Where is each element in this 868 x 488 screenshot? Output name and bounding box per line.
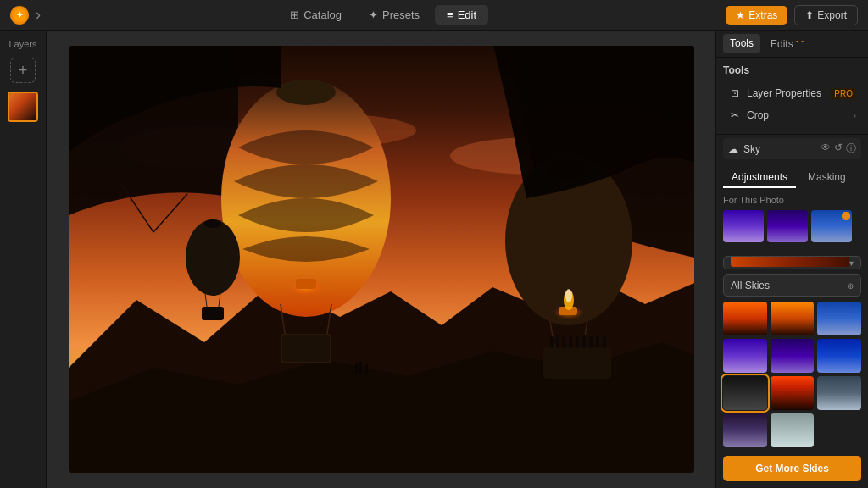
svg-rect-19 — [282, 336, 330, 362]
topbar-center: ⊞ Catalog ✦ Presets ≡ Edit — [278, 5, 488, 25]
export-label: Export — [817, 9, 847, 21]
svg-rect-32 — [569, 336, 572, 348]
svg-rect-37 — [603, 336, 606, 348]
premium-badge — [842, 212, 850, 220]
sky-cell-4[interactable] — [771, 339, 815, 373]
get-more-label: Get More Skies — [755, 463, 829, 474]
all-skies-chevron-icon: ⊕ — [847, 281, 854, 291]
sky-dropdown[interactable]: sunsetski0 ▾ — [723, 256, 861, 269]
panel-tabs: Tools Edits • — [716, 30, 868, 58]
for-this-photo-label: For This Photo — [723, 195, 861, 205]
add-icon: + — [19, 62, 28, 80]
presets-label: Presets — [382, 8, 420, 21]
layer-thumbnail[interactable] — [8, 92, 38, 122]
export-button[interactable]: ⬆ Export — [794, 5, 858, 25]
sky-cell-7[interactable] — [771, 376, 815, 410]
svg-rect-28 — [543, 347, 611, 379]
svg-rect-8 — [359, 362, 362, 374]
extras-label: Extras — [748, 9, 777, 21]
photo-thumb-2[interactable] — [811, 210, 852, 242]
layer-properties-icon: ⊡ — [728, 86, 742, 100]
tab-catalog[interactable]: ⊞ Catalog — [278, 5, 353, 25]
sky-cell-1[interactable] — [771, 302, 815, 336]
tab-edit[interactable]: ≡ Edit — [435, 5, 488, 25]
topbar-right: ★ Extras ⬆ Export — [726, 5, 858, 25]
edits-dot: • — [796, 37, 798, 45]
svg-rect-33 — [576, 336, 579, 348]
sky-dropdown-inner: sunsetski0 — [731, 256, 849, 269]
layer-properties-label: Layer Properties — [747, 87, 826, 99]
svg-rect-29 — [550, 336, 554, 348]
topbar: ✦ › ⊞ Catalog ✦ Presets ≡ Edit ★ Extras … — [0, 0, 868, 30]
svg-rect-36 — [596, 336, 599, 348]
catalog-icon: ⊞ — [290, 8, 299, 21]
undo-icon[interactable]: ↺ — [834, 141, 843, 156]
for-this-photo-section: For This Photo — [716, 188, 868, 256]
info-icon[interactable]: ⓘ — [846, 141, 856, 156]
sky-cell-5[interactable] — [817, 339, 861, 373]
edits-tab-label: Edits — [771, 38, 793, 50]
pro-badge: PRO — [831, 88, 856, 99]
sky-controls: 👁 ↺ ⓘ — [821, 141, 856, 156]
masking-label: Masking — [808, 171, 846, 183]
app-menu-chevron[interactable]: › — [36, 6, 41, 24]
catalog-label: Catalog — [303, 8, 342, 21]
tab-masking[interactable]: Masking — [799, 168, 854, 188]
svg-rect-42 — [202, 307, 224, 320]
sky-cell-2[interactable] — [817, 302, 861, 336]
photo-thumbnail-row — [723, 210, 861, 242]
sky-cell-6[interactable] — [723, 376, 767, 410]
sidebar-left: Layers + — [0, 30, 47, 488]
svg-point-38 — [186, 219, 240, 296]
sky-cell-8[interactable] — [817, 376, 861, 410]
canvas-area — [47, 30, 715, 488]
layer-properties-row[interactable]: ⊡ Layer Properties PRO — [723, 83, 861, 103]
svg-point-25 — [565, 289, 572, 302]
tab-edits[interactable]: Edits • — [764, 34, 810, 53]
get-more-skies-button[interactable]: Get More Skies — [723, 456, 861, 481]
photo-thumb-0[interactable] — [723, 210, 764, 242]
sky-tool-row[interactable]: ☁ Sky 👁 ↺ ⓘ — [723, 138, 861, 159]
sky-label: Sky — [743, 143, 815, 155]
crop-arrow: › — [854, 111, 856, 120]
all-skies-dropdown[interactable]: All Skies ⊕ — [723, 274, 861, 297]
photo-container — [69, 46, 694, 473]
svg-rect-31 — [562, 336, 565, 348]
crop-icon: ✂ — [728, 108, 742, 122]
presets-icon: ✦ — [369, 8, 378, 21]
svg-rect-34 — [582, 335, 586, 348]
sky-cell-10[interactable] — [771, 413, 815, 447]
layer-thumb-image — [9, 93, 36, 120]
tab-tools[interactable]: Tools — [723, 34, 760, 53]
tools-title: Tools — [723, 64, 861, 76]
photo-canvas — [69, 46, 694, 473]
svg-rect-35 — [589, 336, 593, 348]
adjustments-label: Adjustments — [732, 171, 787, 183]
extras-button[interactable]: ★ Extras — [726, 6, 787, 25]
add-layer-button[interactable]: + — [10, 58, 36, 83]
topbar-left: ✦ › — [10, 6, 41, 25]
sky-cell-0[interactable] — [723, 302, 767, 336]
svg-rect-7 — [355, 363, 358, 374]
sky-cell-3[interactable] — [723, 339, 767, 373]
layers-title: Layers — [8, 39, 36, 49]
svg-rect-15 — [296, 279, 316, 289]
panel-right: Tools Edits • Tools ⊡ Layer Properties P… — [715, 30, 868, 488]
edit-label: Edit — [458, 8, 476, 21]
sky-cell-9[interactable] — [723, 413, 767, 447]
crop-row[interactable]: ✂ Crop › — [723, 105, 861, 125]
export-icon: ⬆ — [805, 9, 814, 21]
sky-grid — [716, 302, 868, 447]
photo-thumb-1[interactable] — [767, 210, 808, 242]
tab-presets[interactable]: ✦ Presets — [357, 5, 431, 25]
edit-icon: ≡ — [447, 8, 453, 21]
tools-section: Tools ⊡ Layer Properties PRO ✂ Crop › — [716, 58, 868, 135]
svg-rect-9 — [365, 364, 368, 374]
all-skies-label: All Skies — [731, 280, 847, 291]
adj-tabs: Adjustments Masking — [716, 163, 868, 188]
tab-adjustments[interactable]: Adjustments — [723, 168, 796, 188]
dropdown-chevron-icon: ▾ — [849, 258, 854, 268]
main-area: Layers + — [0, 30, 868, 488]
eye-icon[interactable]: 👁 — [821, 141, 831, 156]
sky-icon: ☁ — [728, 143, 738, 155]
